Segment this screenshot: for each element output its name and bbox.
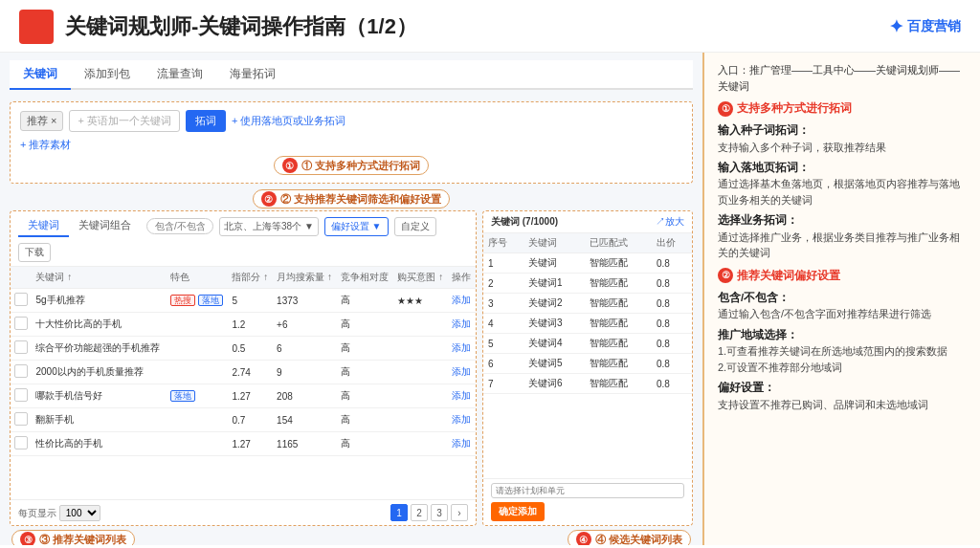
search-input[interactable]: + 英语加一个关键词 [69,110,179,132]
candidate-row: 1 关键词 智能匹配 0.8 [483,253,692,274]
cell-keyword: 2000以内的手机质量推荐 [32,361,167,384]
sidebar-s1-i2-content: 通过选择基木鱼落地页，根据落地页内容推荐与落地页业务相关的关键词 [718,176,967,208]
cell-intent [393,337,448,361]
table-row: 性价比高的手机 1.27 1165 高 添加 [11,432,476,456]
cell-check[interactable] [11,384,32,408]
col-monthly[interactable]: 月均搜索量 ↑ [273,267,337,289]
keyword-recommend-panel: 关键词 关键词组合 北京、上海等38个 ▼ 偏好设置 ▼ 自定义 下载 [10,210,477,526]
candidate-row: 5 关键词4 智能匹配 0.8 [483,334,692,354]
table-row: 综合平价功能超强的手机推荐 0.5 6 高 添加 [11,337,476,361]
row-checkbox[interactable] [14,436,28,449]
sidebar-s1-i3-content: 通过选择推广业务，根据业务类目推荐与推广业务相关的关键词 [718,230,967,261]
col-op: 操作 [448,267,476,289]
add-keyword-btn[interactable]: 添加 [452,342,471,353]
cell-check[interactable] [11,408,32,432]
table-row: 哪款手机信号好 落地 1.27 208 高 添加 [11,384,476,408]
tab-keywords[interactable]: 关键词 [10,60,71,90]
row-checkbox[interactable] [14,340,28,354]
expand-btn[interactable]: 拓词 [186,110,226,132]
custom-btn[interactable]: 自定义 [394,217,436,236]
row-checkbox[interactable] [14,293,28,306]
sidebar-s1-i3-title: 选择业务拓词： [718,211,967,229]
cell-check[interactable] [11,313,32,337]
download-btn[interactable]: 下载 [18,243,51,262]
add-keyword-btn[interactable]: 添加 [452,414,471,425]
cell-check[interactable] [11,337,32,361]
right-sidebar: 入口：推广管理——工具中心——关键词规划师——关键词 ① 支持多种方式进行拓词 … [702,53,980,545]
col-keyword[interactable]: 关键词 ↑ [32,267,167,289]
row-checkbox[interactable] [14,364,28,378]
row-checkbox[interactable] [14,412,28,426]
search-tag[interactable]: 推荐 × [20,111,63,131]
right-panel-footer: 确定添加 [483,478,692,525]
landing-tag: 落地 [170,390,195,402]
rmatch: 智能匹配 [585,374,652,394]
cell-index: 0.5 [228,337,273,361]
cell-check[interactable] [11,289,32,313]
cell-op[interactable]: 添加 [448,361,476,384]
cell-index: 2.74 [228,361,273,384]
cell-intent: ★★★ [393,289,448,313]
cell-index: 1.27 [228,384,273,408]
cell-index: 1.27 [228,432,273,456]
page-1-btn[interactable]: 1 [390,504,408,521]
plan-unit-input[interactable] [491,483,684,498]
baidu-logo: ✦ 百度营销 [889,16,961,37]
tab-mass-expand[interactable]: 海量拓词 [216,60,289,90]
cell-op[interactable]: 添加 [448,384,476,408]
cell-intent [393,384,448,408]
rbid: 0.8 [652,294,692,314]
rnum: 6 [483,354,523,374]
cell-op[interactable]: 添加 [448,408,476,432]
confirm-add-btn[interactable]: 确定添加 [491,502,545,521]
landing-expand-link[interactable]: + 使用落地页或业务拓词 [232,114,345,128]
rmatch: 智能匹配 [585,274,652,294]
app-icon [19,10,54,44]
cell-op[interactable]: 添加 [448,313,476,337]
candidate-keyword-panel: 关键词 (7/1000) ↗放大 序号 关键词 已匹配式 出价 [482,210,693,526]
cell-op[interactable]: 添加 [448,289,476,313]
region-select[interactable]: 北京、上海等38个 ▼ [219,217,319,236]
tab-add-package[interactable]: 添加到包 [71,60,144,90]
page-next-btn[interactable]: › [451,504,468,521]
tab-traffic-query[interactable]: 流量查询 [144,60,216,90]
cell-check[interactable] [11,432,32,456]
rcol-num: 序号 [483,233,523,253]
col-compete: 竞争相对度 [337,267,393,289]
preference-btn[interactable]: 偏好设置 ▼ [324,217,389,236]
add-keyword-btn[interactable]: 添加 [452,318,471,329]
add-keyword-btn[interactable]: 添加 [452,390,471,401]
sidebar-circle-1-icon: ① [718,101,733,117]
page-2-btn[interactable]: 2 [411,504,428,521]
cell-tags [167,408,228,432]
add-material-link[interactable]: + 推荐素材 [20,139,71,150]
add-keyword-btn[interactable]: 添加 [452,366,471,377]
add-keyword-btn[interactable]: 添加 [452,295,471,305]
cell-intent [393,408,448,432]
rmatch: 智能匹配 [585,334,652,354]
row-checkbox[interactable] [14,317,28,330]
rbid: 0.8 [652,334,692,354]
per-page-select[interactable]: 100 [59,505,100,521]
panel-tab-keywords[interactable]: 关键词 [18,215,69,237]
cell-check[interactable] [11,361,32,384]
panel-tab-combinations[interactable]: 关键词组合 [69,215,141,237]
cell-index: 1.2 [228,313,273,337]
cell-op[interactable]: 添加 [448,432,476,456]
include-exclude-input[interactable] [146,218,213,234]
cell-compete: 高 [337,432,393,456]
row-checkbox[interactable] [14,388,28,402]
annotation-1: ① ① 支持多种方式进行拓词 [274,156,429,175]
candidate-title: 关键词 (7/1000) [491,215,558,229]
candidate-table: 序号 关键词 已匹配式 出价 1 关键词 智能匹配 0.8 2 关键词1 智能匹… [483,233,692,394]
rbid: 0.8 [652,354,692,374]
cell-op[interactable]: 添加 [448,337,476,361]
col-intent[interactable]: 购买意图 ↑ [393,267,448,289]
expand-icon[interactable]: ↗放大 [656,215,684,229]
add-keyword-btn[interactable]: 添加 [452,438,471,449]
page-3-btn[interactable]: 3 [431,504,448,521]
cell-keyword: 翻新手机 [32,408,167,432]
sidebar-circle-2-icon: ② [718,268,733,283]
header-left: 关键词规划师-关键词操作指南（1/2） [19,10,417,44]
col-index[interactable]: 指部分 ↑ [228,267,273,289]
